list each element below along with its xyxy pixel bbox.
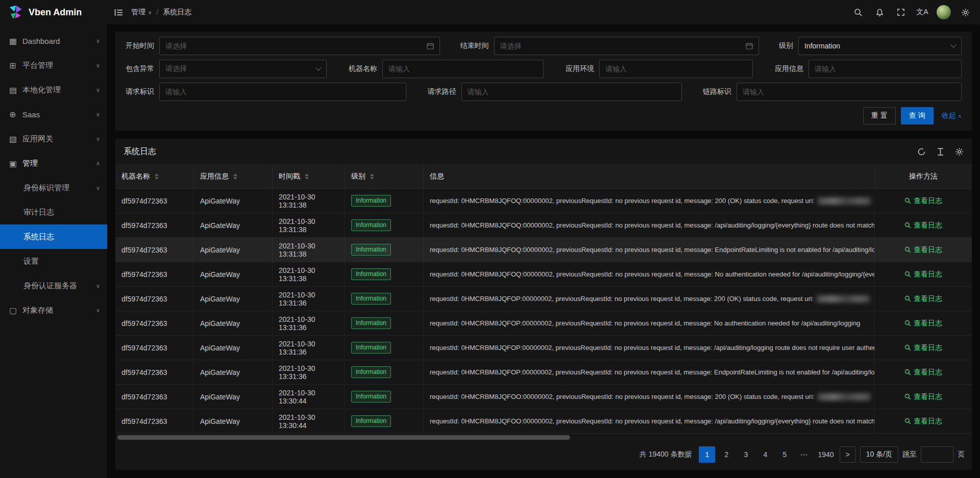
- action-cell: 查看日志: [875, 287, 972, 311]
- app-logo[interactable]: Vben Admin: [0, 0, 107, 24]
- trace-id-input[interactable]: [743, 88, 955, 96]
- page-button[interactable]: 2: [718, 446, 734, 463]
- sidebar-menu-item[interactable]: ▧ 应用网关 ∨: [0, 127, 107, 151]
- app-info-input[interactable]: [815, 65, 955, 73]
- end-time-input[interactable]: [500, 42, 742, 50]
- table-row: df5974d72363 ApiGateWay 2021-10-30 13:31…: [115, 311, 972, 336]
- column-settings-gear-icon[interactable]: [955, 147, 964, 156]
- message-cell: requestId: 0HMCRBM8JQFOQ:00000002, previ…: [424, 262, 875, 286]
- sidebar-menu-item[interactable]: ▦ Dashboard ∨: [0, 29, 107, 53]
- level-badge: Information: [351, 268, 391, 280]
- sidebar-menu-item[interactable]: ▢ 对象存储 ∨: [0, 298, 107, 322]
- horizontal-scrollbar-thumb[interactable]: [117, 435, 570, 440]
- view-log-link[interactable]: 查看日志: [904, 294, 942, 304]
- sort-icon[interactable]: [233, 173, 237, 180]
- breadcrumb-current: 系统日志: [163, 8, 191, 17]
- locale-icon[interactable]: 文A: [913, 0, 932, 24]
- jump-suffix: 页: [958, 450, 965, 459]
- sidebar-menu-item[interactable]: ▣ 管理 ∧: [0, 151, 107, 175]
- search-icon: [904, 271, 911, 278]
- page-button[interactable]: 1: [699, 446, 715, 463]
- sidebar-menu-item[interactable]: 身份标识管理 ∨: [0, 175, 107, 200]
- reset-button[interactable]: 重 置: [863, 107, 896, 124]
- menu-item-icon: ⊕: [9, 110, 22, 119]
- view-log-link[interactable]: 查看日志: [904, 368, 942, 377]
- page-button[interactable]: 4: [757, 446, 773, 463]
- end-time-label: 结束时间: [460, 41, 489, 51]
- page-button[interactable]: 3: [738, 446, 754, 463]
- level-badge: Information: [351, 293, 391, 305]
- request-path-input[interactable]: [468, 88, 676, 96]
- message-cell: requestId: 0HMCRBM8JQFOP:00000002, previ…: [424, 311, 875, 335]
- app-env-input[interactable]: [605, 65, 747, 73]
- search-icon[interactable]: [848, 0, 868, 24]
- menu-item-label: 审计日志: [23, 208, 100, 217]
- page-size-select[interactable]: 10 条/页: [860, 446, 898, 463]
- trace-id-label: 链路标识: [703, 87, 731, 96]
- notification-bell-icon[interactable]: [870, 0, 889, 24]
- sort-icon[interactable]: [305, 173, 309, 180]
- view-log-link[interactable]: 查看日志: [904, 245, 942, 255]
- calendar-icon: [427, 42, 434, 49]
- page-button[interactable]: 1940: [815, 446, 836, 463]
- view-log-link[interactable]: 查看日志: [904, 392, 942, 401]
- column-label: 操作方法: [909, 172, 938, 181]
- machine-name-cell: df5974d72363: [115, 189, 194, 213]
- view-log-link[interactable]: 查看日志: [904, 319, 942, 328]
- sort-icon[interactable]: [155, 173, 159, 180]
- end-time-picker[interactable]: [494, 37, 759, 55]
- start-time-input[interactable]: [165, 42, 423, 50]
- sidebar-menu-item[interactable]: 设置: [0, 249, 107, 273]
- sidebar-menu-item[interactable]: 身份认证服务器 ∨: [0, 273, 107, 298]
- chevron-icon: ∨: [96, 62, 100, 69]
- view-log-link[interactable]: 查看日志: [904, 270, 942, 279]
- menu-item-icon: ⊞: [9, 61, 22, 70]
- timestamp-cell: 2021-10-30 13:31:36: [273, 336, 345, 360]
- breadcrumb-root[interactable]: 管理 ∨: [131, 8, 152, 17]
- sidebar-menu-item[interactable]: 审计日志: [0, 200, 107, 224]
- level-cell: Information: [345, 336, 424, 360]
- menu-item-icon: ▤: [9, 85, 22, 95]
- table-header-cell: 操作方法: [875, 164, 972, 188]
- sidebar-menu-item[interactable]: ⊞ 平台管理 ∨: [0, 53, 107, 78]
- page-button[interactable]: •••: [796, 446, 812, 463]
- collapse-filter-link[interactable]: 收起 ∧: [942, 111, 962, 120]
- view-log-link[interactable]: 查看日志: [904, 343, 942, 353]
- timestamp-cell: 2021-10-30 13:30:44: [273, 385, 345, 409]
- level-cell: Information: [345, 287, 424, 311]
- sort-icon[interactable]: [370, 173, 374, 180]
- start-time-picker[interactable]: [159, 37, 440, 55]
- table-header-cell: 机器名称: [115, 164, 194, 188]
- action-cell: 查看日志: [875, 311, 972, 335]
- app-info-cell: ApiGateWay: [194, 311, 273, 335]
- app-info-cell: ApiGateWay: [194, 287, 273, 311]
- chevron-down-icon: [950, 42, 956, 47]
- chevron-icon: ∨: [96, 38, 100, 44]
- refresh-icon[interactable]: [917, 147, 926, 156]
- avatar[interactable]: [934, 0, 953, 24]
- search-icon: [904, 393, 911, 400]
- top-header: 管理 ∨ / 系统日志 文A: [107, 0, 980, 24]
- sidebar-fold-icon[interactable]: [114, 8, 123, 17]
- view-log-link[interactable]: 查看日志: [904, 221, 942, 230]
- fullscreen-icon[interactable]: [891, 0, 911, 24]
- message-cell: requestId: 0HMCRBM8JQFOQ:00000002, previ…: [424, 238, 875, 262]
- menu-item-label: 对象存储: [22, 306, 93, 315]
- request-id-input[interactable]: [165, 88, 400, 96]
- page-button[interactable]: 5: [776, 446, 793, 463]
- sidebar-menu-item[interactable]: ⊕ Saas ∨: [0, 102, 107, 127]
- sidebar-menu-item[interactable]: ▤ 本地化管理 ∨: [0, 78, 107, 102]
- level-select[interactable]: Information: [798, 37, 962, 55]
- query-button[interactable]: 查 询: [901, 107, 934, 124]
- timestamp-cell: 2021-10-30 13:31:38: [273, 189, 345, 213]
- settings-gear-icon[interactable]: [955, 0, 975, 24]
- page-button[interactable]: >: [840, 446, 856, 463]
- timestamp-cell: 2021-10-30 13:31:36: [273, 311, 345, 335]
- sidebar-menu-item[interactable]: 系统日志: [0, 224, 107, 249]
- jump-page-input[interactable]: [921, 446, 953, 463]
- machine-name-input[interactable]: [388, 65, 537, 73]
- include-exception-select[interactable]: 请选择: [159, 60, 327, 78]
- view-log-link[interactable]: 查看日志: [904, 417, 942, 426]
- view-log-link[interactable]: 查看日志: [904, 196, 942, 206]
- row-height-icon[interactable]: [936, 147, 945, 156]
